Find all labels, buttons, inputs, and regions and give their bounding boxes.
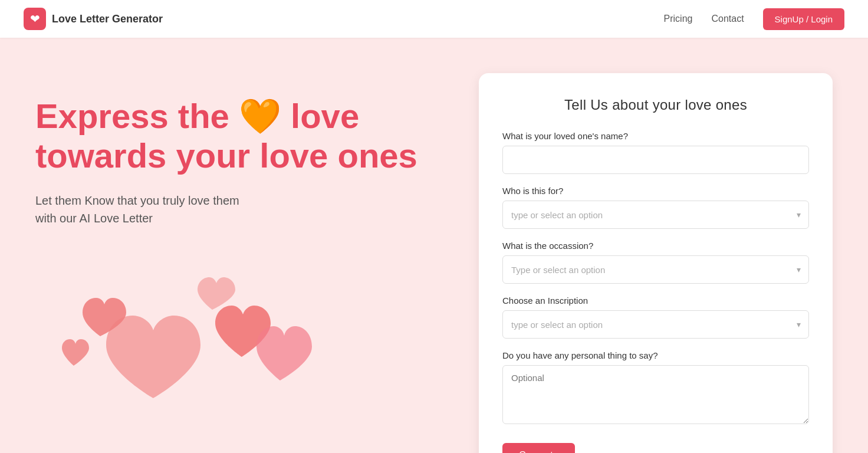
nav-links: Pricing Contact SignUp / Login xyxy=(664,8,844,30)
label-who-for: Who is this for? xyxy=(502,186,809,196)
label-inscription: Choose an Inscription xyxy=(502,296,809,306)
hero-title: Express the 🧡 lovetowards your love ones xyxy=(35,97,455,175)
hero-heart-emoji: 🧡 xyxy=(239,97,281,136)
decorative-hearts xyxy=(35,262,330,416)
hero-subtitle: Let them Know that you truly love them w… xyxy=(35,192,455,227)
select-who-for[interactable]: type or select an option xyxy=(502,201,809,229)
nav-contact[interactable]: Contact xyxy=(711,14,744,24)
label-personal: Do you have any personal thing to say? xyxy=(502,350,809,360)
hero-section: Express the 🧡 lovetowards your love ones… xyxy=(0,38,868,453)
select-occasion[interactable]: Type or select an option xyxy=(502,255,809,284)
form-group-occasion: What is the occassion? Type or select an… xyxy=(502,241,809,284)
brand-logo-icon: ❤ xyxy=(24,8,46,30)
label-occasion: What is the occassion? xyxy=(502,241,809,251)
brand-name: Love Letter Generator xyxy=(52,13,163,25)
select-wrapper-inscription: type or select an option ▾ xyxy=(502,310,809,339)
brand-logo-link[interactable]: ❤ Love Letter Generator xyxy=(24,8,163,30)
textarea-personal[interactable] xyxy=(502,365,809,424)
form-title: Tell Us about your love ones xyxy=(502,97,809,113)
navbar: ❤ Love Letter Generator Pricing Contact … xyxy=(0,0,868,38)
hero-left: Express the 🧡 lovetowards your love ones… xyxy=(35,73,455,418)
form-group-inscription: Choose an Inscription type or select an … xyxy=(502,296,809,339)
form-group-who-for: Who is this for? type or select an optio… xyxy=(502,186,809,229)
form-group-personal: Do you have any personal thing to say? xyxy=(502,350,809,426)
select-inscription[interactable]: type or select an option xyxy=(502,310,809,339)
hero-title-part1: Express the xyxy=(35,97,229,135)
select-wrapper-who-for: type or select an option ▾ xyxy=(502,201,809,229)
input-loved-one-name[interactable] xyxy=(502,146,809,174)
form-group-name: What is your loved one's name? xyxy=(502,131,809,174)
generate-button[interactable]: Generate xyxy=(502,443,575,453)
label-loved-one-name: What is your loved one's name? xyxy=(502,131,809,141)
nav-pricing[interactable]: Pricing xyxy=(664,14,693,24)
signup-login-button[interactable]: SignUp / Login xyxy=(763,8,844,30)
form-card: Tell Us about your love ones What is you… xyxy=(479,73,833,453)
select-wrapper-occasion: Type or select an option ▾ xyxy=(502,255,809,284)
